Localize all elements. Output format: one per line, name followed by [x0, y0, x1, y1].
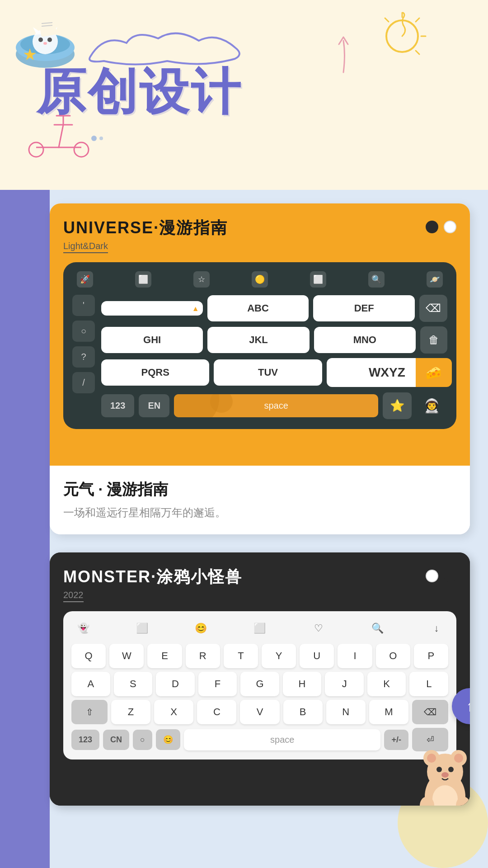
svg-point-25	[91, 136, 97, 141]
mkb-key-o: O	[376, 644, 410, 668]
kb-side-slash: /	[72, 372, 95, 393]
svg-point-32	[454, 754, 463, 763]
kb-side-circle: ○	[72, 321, 95, 342]
mkb-key-x: X	[154, 700, 193, 724]
monster-year: 2022	[63, 590, 84, 602]
mkb-space-key: space	[184, 729, 381, 750]
monster-header-top: MONSTER·涂鸦小怪兽 2022	[63, 566, 456, 602]
monster-card[interactable]: MONSTER·涂鸦小怪兽 2022 👻 ⬜ 😊	[50, 552, 470, 806]
mkb-key-e: E	[147, 644, 182, 668]
monster-dot-light	[426, 570, 438, 582]
kb-key-wxyz: WXYZ 🧀	[327, 358, 447, 387]
mkb-key-q: Q	[71, 644, 106, 668]
kb-key-tuv: TUV	[214, 359, 322, 386]
mkb-key-z: Z	[111, 700, 150, 724]
universe-subtitle: Light&Dark	[63, 241, 108, 253]
mkb-key-k: K	[367, 672, 406, 696]
universe-main-title: UNIVERSE·漫游指南	[63, 217, 228, 239]
kb-key-def: DEF	[313, 295, 415, 321]
kb-key-blank1: ▲	[101, 301, 203, 316]
mkb-key-g: G	[240, 672, 279, 696]
mkb-icon-down: ↓	[427, 619, 446, 637]
mkb-key-p: P	[414, 644, 448, 668]
mkb-key-c: C	[197, 700, 236, 724]
mkb-key-u: U	[300, 644, 334, 668]
svg-line-16	[416, 51, 419, 54]
mkb-key-delete: ⌫	[412, 700, 448, 724]
universe-header-top: UNIVERSE·漫游指南 Light&Dark	[63, 217, 456, 253]
kb-icon-rocket: 🚀	[77, 271, 93, 288]
mkb-key-emoji2: 😊	[156, 729, 180, 750]
svg-point-20	[74, 142, 89, 157]
svg-point-34	[448, 767, 454, 772]
mkb-key-circle: ○	[133, 730, 152, 750]
svg-point-26	[99, 137, 103, 140]
svg-point-30	[427, 754, 436, 763]
mkb-key-j: J	[325, 672, 364, 696]
universe-card-footer: 元气 · 漫游指南 一场和遥远行星相隔万年的邂逅。	[50, 466, 470, 534]
mkb-key-v: V	[240, 700, 279, 724]
kb-icon-search: 🔍	[368, 271, 385, 288]
kb-space-label: space	[180, 401, 372, 411]
main-content: ♥ UNIVERSE·漫游指南 Light&Dark	[0, 190, 488, 868]
kb-key-123: 123	[101, 394, 134, 417]
mkb-key-num: 123	[71, 730, 99, 750]
kb-key-ghi: GHI	[101, 327, 203, 353]
mkb-key-l: L	[409, 672, 448, 696]
mkb-toolbar: 👻 ⬜ 😊 ⬜ ♡ 🔍 ↓	[71, 619, 448, 637]
mkb-key-y: Y	[262, 644, 296, 668]
mkb-row-3: ⇧ Z X C V B N M ⌫	[71, 700, 448, 724]
sun-decoration	[366, 9, 434, 79]
universe-card-name: 元气 · 漫游指南	[63, 479, 456, 500]
dots-decoration	[90, 134, 108, 145]
mkb-key-cn: CN	[103, 730, 129, 750]
kb-key-trash: 🗑	[420, 326, 447, 354]
mkb-key-f: F	[198, 672, 237, 696]
kb-icon-circle: 🟡	[252, 271, 268, 288]
mkb-bottom-row: 123 CN ○ 😊 space +/- ⏎	[71, 728, 448, 751]
mkb-key-b: B	[283, 700, 323, 724]
monster-chinese: 涂鸦小怪兽	[156, 567, 242, 586]
kb-row-2: GHI JKL MNO 🗑	[101, 326, 447, 354]
mkb-key-i: I	[338, 644, 372, 668]
monster-dot-dark	[444, 570, 456, 582]
mkb-icon-square2: ⬜	[133, 619, 151, 637]
theme-dot-dark	[426, 221, 438, 233]
mkb-row-1: Q W E R T Y U I O P	[71, 644, 448, 668]
svg-line-14	[416, 18, 419, 22]
kb-icon-star: ☆	[193, 271, 210, 288]
kb-icon-square: ⬜	[135, 271, 151, 288]
mkb-key-s: S	[114, 672, 153, 696]
kb-side-apostrophe: '	[72, 295, 95, 316]
kb-row-1: ▲ ABC DEF ⌫	[101, 295, 447, 322]
universe-card-desc: 一场和遥远行星相隔万年的邂逅。	[63, 505, 456, 521]
svg-point-33	[436, 767, 442, 772]
svg-point-19	[29, 142, 43, 157]
hero-section: ★ 原创设计	[0, 0, 488, 190]
kb-key-abc: ABC	[207, 295, 309, 321]
svg-rect-9	[38, 16, 57, 37]
universe-brand: UNIVERSE	[63, 218, 154, 237]
svg-point-8	[43, 42, 47, 45]
mkb-key-r: R	[186, 644, 220, 668]
kb-icon-planet: 🪐	[427, 271, 443, 288]
universe-card[interactable]: UNIVERSE·漫游指南 Light&Dark 🚀 ⬜	[50, 203, 470, 534]
universe-chinese: 漫游指南	[159, 218, 228, 237]
svg-point-4	[38, 38, 43, 42]
monster-separator: ·	[151, 567, 156, 586]
kb-side-question: ?	[72, 346, 95, 368]
kb-toolbar: 🚀 ⬜ ☆ 🟡 ⬜ 🔍 🪐	[72, 271, 447, 288]
svg-point-35	[441, 772, 449, 778]
kb-key-jkl: JKL	[207, 327, 309, 353]
kb-icon-white: ⬜	[310, 271, 326, 288]
svg-line-21	[59, 125, 63, 147]
mkb-key-shift: ⇧	[71, 700, 108, 724]
monster-main-title: MONSTER·涂鸦小怪兽	[63, 566, 242, 588]
kb-space-area: space	[174, 394, 378, 417]
kb-key-star: ⭐	[383, 392, 412, 419]
kb-bottom-row: 123 EN space ⭐ 👨‍🚀	[101, 392, 447, 420]
mkb-key-d: D	[156, 672, 195, 696]
mkb-icon-ghost: 👻	[74, 619, 92, 637]
kb-key-en: EN	[139, 394, 169, 417]
mkb-key-h: H	[283, 672, 322, 696]
